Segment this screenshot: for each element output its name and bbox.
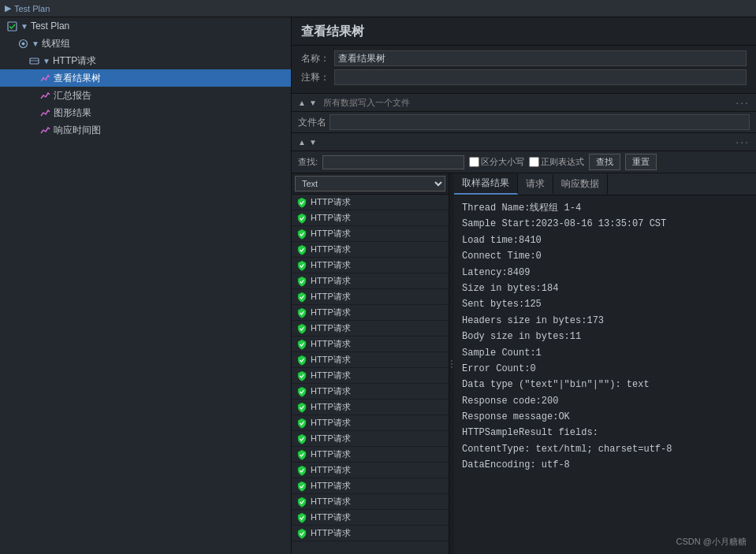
request-item[interactable]: HTTP请求: [292, 226, 449, 242]
down-arrow-btn-2[interactable]: ▼: [309, 138, 317, 147]
green-shield-icon: [296, 307, 307, 318]
result-tab-sampler[interactable]: 取样器结果: [454, 173, 518, 195]
name-row: 名称：: [301, 50, 747, 66]
green-shield-icon: [296, 213, 307, 224]
request-item-label: HTTP请求: [311, 496, 351, 508]
testplan-icon: [6, 20, 17, 32]
case-sensitive-label[interactable]: 区分大小写: [469, 156, 524, 168]
request-item[interactable]: HTTP请求: [292, 210, 449, 226]
note-text: 所有数据写入一个文件: [323, 97, 410, 109]
result-tab-response[interactable]: 响应数据: [553, 174, 608, 194]
request-item-label: HTTP请求: [311, 417, 351, 429]
regex-checkbox[interactable]: [529, 157, 539, 167]
request-item[interactable]: HTTP请求: [292, 242, 449, 258]
listener-response-icon: [39, 125, 50, 136]
green-shield-icon: [296, 197, 307, 208]
search-input[interactable]: [322, 155, 464, 169]
green-shield-icon: [296, 386, 307, 397]
sidebar-item-summary[interactable]: 汇总报告: [0, 87, 291, 104]
request-item[interactable]: HTTP请求: [292, 400, 449, 415]
sidebar-item-results-tree[interactable]: 查看结果树: [0, 69, 291, 87]
result-tab-request[interactable]: 请求: [518, 174, 553, 194]
request-item[interactable]: HTTP请求: [292, 384, 449, 400]
request-item[interactable]: HTTP请求: [292, 431, 449, 447]
svg-point-2: [21, 42, 24, 45]
green-shield-icon: [296, 465, 307, 476]
request-item[interactable]: HTTP请求: [292, 195, 449, 210]
graph-label: 图形结果: [54, 106, 91, 120]
request-item-label: HTTP请求: [311, 401, 351, 413]
sidebar-item-testplan[interactable]: ▼ Test Plan: [0, 17, 291, 35]
type-select[interactable]: TextRegExp TesterCSS/JQuery TesterXPath …: [295, 176, 445, 191]
form-section: 名称： 注释：: [292, 46, 756, 94]
result-line: Sample Count:1: [462, 345, 748, 361]
main-container: ▼ Test Plan ▼ 线程组 ▼ HTTP请求: [0, 17, 756, 554]
find-button[interactable]: 查找: [589, 154, 620, 170]
sidebar-item-http[interactable]: ▼ HTTP请求: [0, 52, 291, 69]
regex-label[interactable]: 正则表达式: [529, 156, 584, 168]
splitter-dot-2: [451, 363, 452, 365]
request-item-label: HTTP请求: [311, 448, 351, 460]
result-line: Thread Name:线程组 1-4: [462, 200, 748, 216]
result-line: Data type ("text"|"bin"|""): text: [462, 377, 748, 392]
name-label: 名称：: [301, 52, 334, 65]
request-item-label: HTTP请求: [311, 212, 351, 224]
menu-dots-2[interactable]: ···: [736, 136, 750, 148]
search-row: 查找: 区分大小写 正则表达式 查找 重置: [292, 151, 756, 173]
request-item[interactable]: HTTP请求: [292, 273, 449, 289]
green-shield-icon: [296, 512, 307, 523]
request-item-label: HTTP请求: [311, 480, 351, 492]
request-item[interactable]: HTTP请求: [292, 494, 449, 510]
request-item-label: HTTP请求: [311, 244, 351, 255]
request-item[interactable]: HTTP请求: [292, 368, 449, 384]
sidebar-item-threadgroup[interactable]: ▼ 线程组: [0, 35, 291, 52]
comment-label: 注释：: [301, 71, 334, 84]
right-panel: 查看结果树 名称： 注释： ▲ ▼ 所有数据写入一个文件 ··· 文件名: [292, 17, 756, 554]
green-shield-icon: [296, 481, 307, 492]
triangle-icon: ▶: [5, 3, 11, 13]
request-list-toolbar: TextRegExp TesterCSS/JQuery TesterXPath …: [292, 173, 449, 195]
sidebar-item-graph[interactable]: 图形结果: [0, 104, 291, 121]
request-item[interactable]: HTTP请求: [292, 305, 449, 321]
filename-row: 文件名: [292, 112, 756, 133]
request-item[interactable]: HTTP请求: [292, 258, 449, 273]
request-item[interactable]: HTTP请求: [292, 447, 449, 463]
request-item[interactable]: HTTP请求: [292, 352, 449, 368]
green-shield-icon: [296, 449, 307, 460]
result-line: Response message:OK: [462, 409, 748, 425]
down-arrow-btn[interactable]: ▼: [309, 99, 317, 107]
green-shield-icon: [296, 418, 307, 429]
sidebar-item-response-time[interactable]: 响应时间图: [0, 121, 291, 139]
up-arrow-btn-2[interactable]: ▲: [298, 138, 306, 147]
http-icon: [28, 55, 39, 66]
green-shield-icon: [296, 496, 307, 508]
request-item[interactable]: HTTP请求: [292, 478, 449, 494]
splitter-dot-1: [451, 360, 452, 362]
green-shield-icon: [296, 244, 307, 255]
request-item[interactable]: HTTP请求: [292, 526, 449, 541]
request-item[interactable]: HTTP请求: [292, 510, 449, 526]
case-sensitive-checkbox[interactable]: [469, 157, 479, 167]
result-line: Response code:200: [462, 393, 748, 409]
filename-input[interactable]: [330, 114, 750, 130]
request-item[interactable]: HTTP请求: [292, 463, 449, 478]
request-item[interactable]: HTTP请求: [292, 415, 449, 431]
top-bar-label: Test Plan: [14, 4, 50, 13]
request-item[interactable]: HTTP请求: [292, 336, 449, 352]
result-line: Sample Start:2023-08-16 13:35:07 CST: [462, 216, 748, 232]
name-input[interactable]: [334, 50, 747, 66]
result-line: Sent bytes:125: [462, 296, 748, 312]
request-item-label: HTTP请求: [311, 196, 351, 208]
threadgroup-label: 线程组: [42, 37, 70, 50]
request-item-label: HTTP请求: [311, 259, 351, 271]
comment-input[interactable]: [334, 69, 747, 85]
green-shield-icon: [296, 323, 307, 334]
request-item[interactable]: HTTP请求: [292, 289, 449, 305]
green-shield-icon: [296, 355, 307, 366]
up-arrow-btn[interactable]: ▲: [298, 99, 306, 107]
menu-dots-1[interactable]: ···: [736, 96, 750, 109]
svg-point-7: [47, 74, 48, 76]
reset-button[interactable]: 重置: [625, 154, 657, 170]
result-line: Size in bytes:184: [462, 281, 748, 296]
request-item[interactable]: HTTP请求: [292, 321, 449, 336]
